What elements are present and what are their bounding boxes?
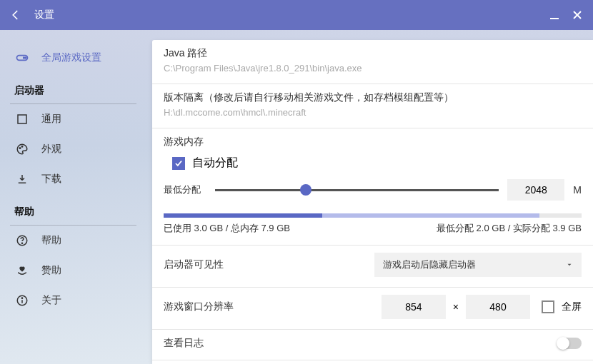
svg-point-10 [21,243,22,243]
resolution-label: 游戏窗口分辨率 [164,300,382,313]
sidebar-item-general[interactable]: 通用 [0,104,146,134]
visibility-label: 启动器可见性 [164,258,374,271]
svg-point-5 [25,57,26,59]
back-button[interactable] [6,5,26,25]
svg-point-7 [19,148,21,149]
isolation-title: 版本隔离（修改后请自行移动相关游戏文件，如存档模组配置等） [164,91,582,104]
memory-input[interactable] [507,179,564,201]
memory-stats: 已使用 3.0 GB / 总内存 7.9 GB 最低分配 2.0 GB / 实际… [164,222,582,235]
fullscreen-label: 全屏 [562,300,582,313]
visibility-dropdown[interactable]: 游戏启动后隐藏启动器 [374,253,582,277]
log-toggle[interactable] [557,338,582,349]
palette-icon [16,143,29,156]
sidebar-item-sponsor[interactable]: 赞助 [0,256,146,285]
isolation-path: H:\dl.mccome.com\hmcl\.minecraft [164,107,582,118]
page-title: 设置 [34,9,542,21]
slider-thumb[interactable] [300,184,312,196]
main-panel: Java 路径 C:\Program Files\Java\jre1.8.0_2… [146,30,593,364]
priority-row: 进程优先级 中（平衡） [152,360,593,364]
heart-hand-icon [16,264,29,277]
svg-point-13 [21,298,22,298]
minimize-icon [549,10,559,20]
log-label: 查看日志 [164,337,557,350]
memory-alloc-label: 最低分配 2.0 GB / 实际分配 3.9 GB [437,222,582,235]
auto-allocate-label: 自动分配 [192,156,238,171]
resolution-height-input[interactable] [466,295,530,319]
memory-usage-bar [164,213,582,218]
memory-alloc-segment [322,213,539,218]
java-path-title: Java 路径 [164,47,582,60]
arrow-left-icon [9,9,22,21]
log-row: 查看日志 [152,330,593,360]
title-bar: 设置 [0,0,593,30]
sidebar-item-help[interactable]: 帮助 [0,226,146,256]
info-icon [16,294,29,307]
memory-used-segment [164,213,322,218]
settings-card: Java 路径 C:\Program Files\Java\jre1.8.0_2… [152,40,593,364]
chevron-down-icon [566,261,573,268]
sidebar-label: 赞助 [41,264,61,277]
sidebar-label: 外观 [41,143,61,156]
sidebar-label: 通用 [41,113,61,126]
sidebar-item-download[interactable]: 下载 [0,164,146,194]
gamepad-icon [15,51,29,65]
resolution-separator: × [453,301,459,313]
square-icon [16,113,29,126]
fullscreen-checkbox[interactable] [542,300,554,313]
visibility-row: 启动器可见性 游戏启动后隐藏启动器 [152,246,593,288]
slider-track [215,189,499,191]
sidebar-heading-launcher: 启动器 [0,73,146,101]
sidebar-item-global[interactable]: 全局游戏设置 [0,43,146,73]
sidebar-label: 关于 [41,294,61,307]
svg-rect-6 [18,115,26,123]
resolution-width-input[interactable] [382,295,446,319]
memory-unit: M [573,184,582,196]
svg-point-4 [24,57,25,59]
resolution-row: 游戏窗口分辨率 × 全屏 [152,288,593,330]
sidebar: 全局游戏设置 启动器 通用 外观 下载 帮助 帮助 赞助 关于 [0,30,146,364]
memory-used-label: 已使用 3.0 GB / 总内存 7.9 GB [164,222,290,235]
min-memory-row: 最低分配 M [164,179,582,201]
content-container: 全局游戏设置 启动器 通用 外观 下载 帮助 帮助 赞助 关于 [0,30,593,364]
auto-allocate-row: 自动分配 [172,156,582,171]
minimize-button[interactable] [544,5,564,25]
sidebar-label: 全局游戏设置 [41,51,101,64]
sidebar-item-about[interactable]: 关于 [0,285,146,315]
sidebar-heading-help: 帮助 [0,194,146,223]
memory-section: 游戏内存 自动分配 最低分配 M [152,128,593,246]
java-path-row[interactable]: Java 路径 C:\Program Files\Java\jre1.8.0_2… [152,40,593,84]
close-icon [572,10,582,20]
close-button[interactable] [567,5,587,25]
sidebar-label: 帮助 [41,234,61,247]
java-path-value: C:\Program Files\Java\jre1.8.0_291\bin\j… [164,63,582,74]
memory-slider[interactable] [215,183,499,197]
auto-allocate-checkbox[interactable] [172,157,185,170]
visibility-value: 游戏启动后隐藏启动器 [383,258,476,271]
isolation-row[interactable]: 版本隔离（修改后请自行移动相关游戏文件，如存档模组配置等） H:\dl.mcco… [152,84,593,128]
min-memory-label: 最低分配 [164,183,206,196]
download-icon [16,173,29,186]
help-icon [16,234,29,247]
sidebar-label: 下载 [41,173,61,186]
sidebar-item-appearance[interactable]: 外观 [0,134,146,164]
memory-heading: 游戏内存 [164,136,582,148]
svg-point-8 [21,146,23,148]
check-icon [174,158,184,168]
